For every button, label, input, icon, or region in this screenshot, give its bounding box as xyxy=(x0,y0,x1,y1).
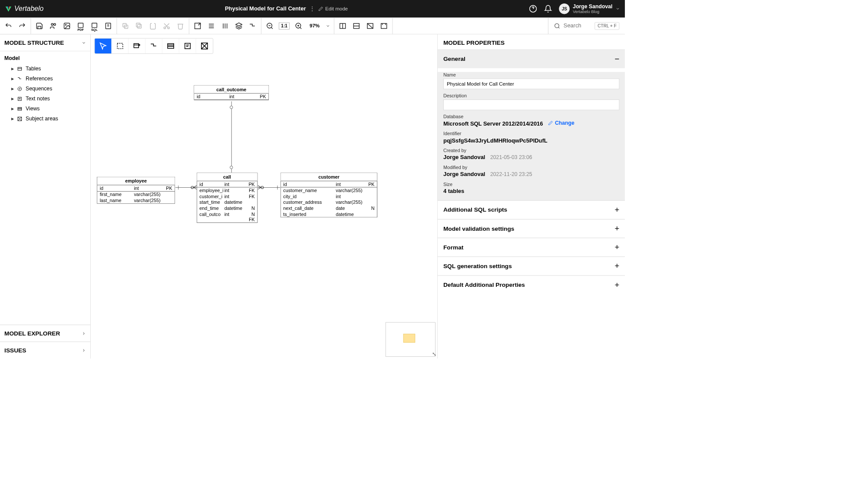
section-sql-gen[interactable]: SQL generation settings+ xyxy=(438,257,625,275)
tool-add-table[interactable] xyxy=(129,39,145,54)
main-toolbar: PDF SQL 1:1 97% CTRL + F xyxy=(0,17,625,34)
column-row[interactable]: customer_iintFK xyxy=(197,193,257,199)
export-xml-button[interactable] xyxy=(103,21,113,31)
svg-rect-9 xyxy=(92,23,97,27)
user-avatar: JS xyxy=(559,3,570,14)
help-icon[interactable] xyxy=(529,5,538,13)
copy-button[interactable] xyxy=(121,21,130,31)
kebab-menu-icon[interactable]: ⋮ xyxy=(310,6,315,12)
column-row[interactable]: next_call_datedateN xyxy=(281,205,377,211)
description-input[interactable] xyxy=(443,100,619,110)
section-default-props[interactable]: Default Additional Properties+ xyxy=(438,276,625,294)
svg-point-46 xyxy=(555,23,559,28)
resize-handle-icon[interactable]: ⤡ xyxy=(432,352,436,358)
minimap-navigator[interactable]: ⤡ xyxy=(386,322,436,357)
view-mode-4-button[interactable] xyxy=(380,21,389,31)
column-row[interactable]: idintPK xyxy=(281,181,377,187)
zoom-value[interactable]: 97% xyxy=(308,23,322,29)
column-row[interactable]: customer_namevarchar(255) xyxy=(281,187,377,193)
createdby-label: Created by xyxy=(443,148,619,153)
minimap-viewport[interactable] xyxy=(403,334,415,342)
svg-rect-15 xyxy=(138,24,142,28)
relationship-line[interactable] xyxy=(231,101,232,173)
section-format[interactable]: Format+ xyxy=(438,238,625,256)
column-row[interactable]: idintPK xyxy=(97,185,175,191)
tree-item-references[interactable]: ▶ References xyxy=(4,74,86,84)
route-button[interactable] xyxy=(248,21,257,31)
tool-add-note[interactable] xyxy=(179,39,196,54)
align-h-button[interactable] xyxy=(207,21,216,31)
layers-button[interactable] xyxy=(234,21,244,31)
view-mode-3-button[interactable] xyxy=(366,21,375,31)
tree-root[interactable]: Model xyxy=(4,55,86,61)
redo-button[interactable] xyxy=(17,21,27,31)
name-input[interactable] xyxy=(443,79,619,89)
column-row[interactable]: city_idint xyxy=(281,193,377,199)
view-mode-1-button[interactable] xyxy=(338,21,348,31)
entity-call[interactable]: call idintPK employee_iintFK customer_ii… xyxy=(197,173,257,222)
column-row[interactable]: end_timedatetimeN xyxy=(197,205,257,211)
duplicate-button[interactable] xyxy=(135,21,144,31)
section-additional-sql[interactable]: Additional SQL scripts+ xyxy=(438,201,625,219)
user-menu[interactable]: JS Jorge Sandoval Vertabelo Blog xyxy=(559,3,620,14)
svg-line-81 xyxy=(258,187,261,189)
share-button[interactable] xyxy=(49,21,58,31)
zoom-in-button[interactable] xyxy=(294,21,304,31)
tree-item-subjectareas[interactable]: ▶ Subject areas xyxy=(4,114,86,124)
model-explorer-header[interactable]: MODEL EXPLORER xyxy=(0,325,90,342)
search-group: CTRL + F xyxy=(548,17,625,34)
tool-add-area[interactable] xyxy=(196,39,213,54)
diagram-canvas[interactable]: call_outcome idintPK employee idintPK fi… xyxy=(91,34,437,359)
change-database-link[interactable]: Change xyxy=(548,120,574,126)
search-input[interactable] xyxy=(564,23,592,29)
save-button[interactable] xyxy=(35,21,44,31)
tree-item-tables[interactable]: ▶ Tables xyxy=(4,64,86,74)
column-row[interactable]: start_timedatetime xyxy=(197,199,257,206)
issues-header[interactable]: ISSUES xyxy=(0,342,90,359)
cut-button[interactable] xyxy=(162,21,172,31)
edit-mode-button[interactable]: Edit mode xyxy=(318,6,348,12)
column-row[interactable]: employee_iintFK xyxy=(197,187,257,193)
column-row[interactable]: call_outcointN FK xyxy=(197,211,257,222)
plus-icon: + xyxy=(614,224,619,233)
column-row[interactable]: ts_inserteddatetime xyxy=(281,211,377,217)
delete-button[interactable] xyxy=(176,21,185,31)
svg-rect-16 xyxy=(136,23,140,27)
entity-call-outcome[interactable]: call_outcome idintPK xyxy=(194,85,269,100)
tree-item-views[interactable]: ▶ Views xyxy=(4,104,86,114)
align-v-button[interactable] xyxy=(221,21,230,31)
tool-marquee[interactable] xyxy=(112,39,129,54)
pencil-icon xyxy=(548,120,553,126)
plus-icon: + xyxy=(614,242,619,252)
column-row[interactable]: idintPK xyxy=(197,181,257,187)
resize-button[interactable] xyxy=(193,21,202,31)
plus-icon: + xyxy=(614,261,619,271)
column-row[interactable]: last_namevarchar(255) xyxy=(97,197,175,203)
tool-select[interactable] xyxy=(95,39,112,54)
column-row[interactable]: first_namevarchar(255) xyxy=(97,192,175,198)
name-label: Name xyxy=(443,72,619,77)
column-row[interactable]: customer_addressvarchar(255) xyxy=(281,199,377,206)
chevron-down-icon[interactable] xyxy=(326,23,330,28)
section-general-header[interactable]: General − xyxy=(438,50,625,68)
brand-logo[interactable]: Vertabelo xyxy=(5,5,44,13)
bell-icon[interactable] xyxy=(544,5,552,13)
tool-add-reference[interactable] xyxy=(145,39,162,54)
entity-customer[interactable]: customer idintPK customer_namevarchar(25… xyxy=(281,173,377,217)
section-validation[interactable]: Model validation settings+ xyxy=(438,219,625,238)
tree-item-textnotes[interactable]: ▶ Text notes xyxy=(4,94,86,104)
search-icon[interactable] xyxy=(554,23,560,29)
tree-item-sequences[interactable]: ▶ Sequences xyxy=(4,84,86,94)
model-structure-header[interactable]: MODEL STRUCTURE xyxy=(0,34,90,51)
svg-rect-54 xyxy=(18,107,22,110)
view-icon xyxy=(17,106,23,112)
view-mode-2-button[interactable] xyxy=(352,21,361,31)
undo-button[interactable] xyxy=(4,21,13,31)
zoom-out-button[interactable] xyxy=(265,21,275,31)
paste-button[interactable] xyxy=(148,21,158,31)
entity-employee[interactable]: employee idintPK first_namevarchar(255) … xyxy=(97,177,175,204)
export-image-button[interactable] xyxy=(62,21,72,31)
column-row[interactable]: idintPK xyxy=(194,93,268,100)
tool-add-view[interactable] xyxy=(162,39,179,54)
zoom-fit-button[interactable]: 1:1 xyxy=(279,22,290,29)
